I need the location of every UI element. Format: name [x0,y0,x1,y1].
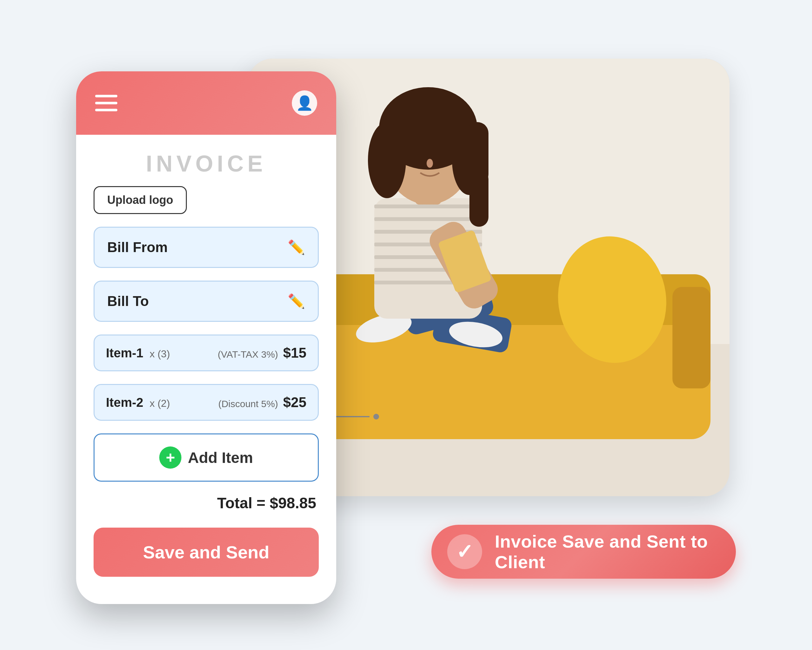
invoice-title: INVOICE [93,151,319,177]
item-2-qty: x (2) [150,398,170,409]
bill-to-field[interactable]: Bill To ✏️ [93,281,319,322]
item-1-row[interactable]: Item-1 x (3) (VAT-TAX 3%) $15 [93,334,319,371]
item-1-name: Item-1 [106,346,143,360]
user-profile-icon[interactable] [292,90,317,116]
bill-from-edit-icon[interactable]: ✏️ [288,239,305,256]
scene: Invoice Save and Sent to Client INVOICE … [57,40,755,610]
phone-header [76,71,336,135]
check-icon [447,534,482,569]
item-1-price: $15 [283,345,307,361]
bill-from-label: Bill From [107,240,168,255]
hamburger-menu-icon[interactable] [95,95,118,111]
item-2-price: $25 [283,394,307,410]
item-2-discount: (Discount 5%) [218,398,278,409]
svg-rect-13 [374,217,482,221]
bill-to-edit-icon[interactable]: ✏️ [288,293,305,310]
notification-text: Invoice Save and Sent to Client [495,531,720,572]
svg-point-28 [411,148,420,160]
add-item-label: Add Item [188,449,253,467]
item-1-qty: x (3) [150,348,170,360]
svg-rect-27 [469,169,488,227]
item-1-tax: (VAT-TAX 3%) [218,349,278,360]
notification-banner: Invoice Save and Sent to Client [431,525,736,579]
upload-logo-button[interactable]: Upload logo [93,186,187,214]
svg-point-29 [439,148,449,160]
bill-from-field[interactable]: Bill From ✏️ [93,227,319,268]
svg-rect-12 [374,204,482,208]
svg-point-24 [368,122,406,198]
add-item-button[interactable]: + Add Item [93,433,319,482]
add-item-icon: + [159,446,182,468]
phone-card: INVOICE Upload logo Bill From ✏️ Bill To… [76,71,336,604]
phone-body: INVOICE Upload logo Bill From ✏️ Bill To… [76,135,336,596]
total-amount: Total = $98.85 [93,494,319,512]
item-2-row[interactable]: Item-2 x (2) (Discount 5%) $25 [93,384,319,421]
item-2-name: Item-2 [106,395,143,410]
svg-rect-5 [672,287,710,388]
svg-point-30 [427,159,433,168]
save-send-button[interactable]: Save and Send [93,528,319,577]
bill-to-label: Bill To [107,293,149,309]
